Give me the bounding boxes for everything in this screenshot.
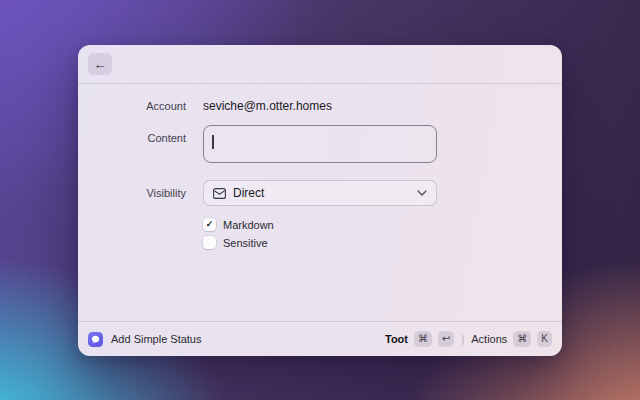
visibility-select[interactable]: Direct — [203, 180, 437, 206]
sensitive-checkbox[interactable] — [203, 236, 216, 249]
chevron-down-icon — [417, 190, 427, 196]
visibility-selected-value: Direct — [233, 186, 264, 200]
footer-divider: | — [461, 333, 464, 345]
command-key-badge: ⌘ — [513, 331, 531, 347]
markdown-option[interactable]: ✓ Markdown — [203, 218, 437, 231]
options-row: ✓ Markdown Sensitive — [78, 218, 562, 249]
desktop-background: ← Account seviche@m.otter.homes Content … — [0, 0, 640, 400]
command-key-badge: ⌘ — [414, 331, 432, 347]
visibility-label: Visibility — [78, 187, 186, 199]
checkmark-icon: ✓ — [206, 220, 214, 229]
back-arrow-icon: ← — [94, 58, 107, 71]
content-input[interactable] — [203, 125, 437, 163]
app-logo-icon — [88, 332, 103, 347]
sensitive-label: Sensitive — [223, 237, 268, 249]
add-simple-status-button[interactable]: Add Simple Status — [111, 333, 202, 345]
account-label: Account — [78, 100, 186, 112]
content-label: Content — [78, 125, 186, 144]
account-row: Account seviche@m.otter.homes — [78, 99, 562, 113]
text-cursor — [212, 135, 214, 149]
markdown-checkbox[interactable]: ✓ — [203, 218, 216, 231]
window-header: ← — [78, 45, 562, 84]
k-key-badge: K — [537, 331, 552, 347]
compose-status-window: ← Account seviche@m.otter.homes Content … — [78, 45, 562, 356]
visibility-row: Visibility Direct — [78, 180, 562, 206]
return-key-badge: ↩ — [438, 331, 454, 347]
toot-button[interactable]: Toot — [385, 333, 408, 345]
envelope-icon — [213, 188, 226, 199]
actions-button[interactable]: Actions — [471, 333, 507, 345]
content-row: Content — [78, 125, 562, 163]
footer-actions: Toot ⌘ ↩ | Actions ⌘ K — [385, 331, 552, 347]
sensitive-option[interactable]: Sensitive — [203, 236, 437, 249]
window-footer: Add Simple Status Toot ⌘ ↩ | Actions ⌘ K — [78, 321, 562, 356]
back-button[interactable]: ← — [88, 53, 112, 75]
markdown-label: Markdown — [223, 219, 274, 231]
form-body: Account seviche@m.otter.homes Content Vi… — [78, 84, 562, 321]
checkbox-group: ✓ Markdown Sensitive — [203, 218, 437, 249]
account-value: seviche@m.otter.homes — [203, 99, 437, 113]
